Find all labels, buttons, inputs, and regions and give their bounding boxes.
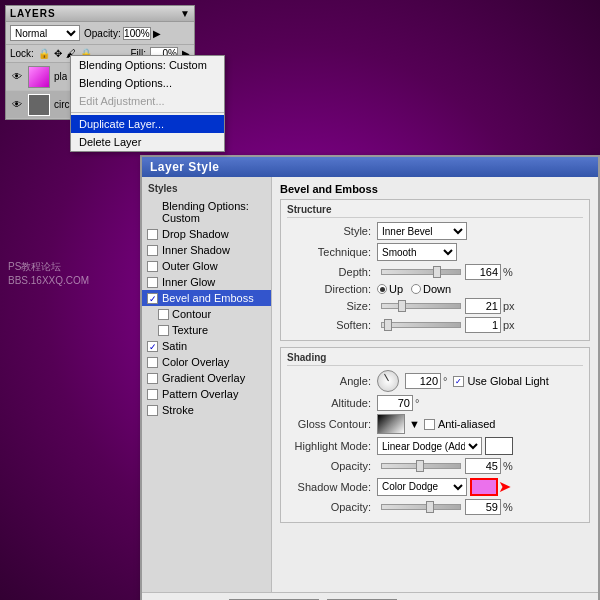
- highlight-opacity-label: Opacity:: [287, 460, 377, 472]
- global-light-label: Use Global Light: [467, 375, 548, 387]
- highlight-color-swatch[interactable]: [485, 437, 513, 455]
- global-light-checkbox[interactable]: [453, 376, 464, 387]
- altitude-input[interactable]: [377, 395, 413, 411]
- context-delete-layer[interactable]: Delete Layer: [71, 133, 224, 151]
- depth-slider[interactable]: [381, 269, 461, 275]
- soften-row: Soften: px: [287, 317, 583, 333]
- context-edit-adjustment: Edit Adjustment...: [71, 92, 224, 110]
- sidebar-item-outer-glow[interactable]: Outer Glow: [142, 258, 271, 274]
- inner-glow-checkbox[interactable]: [147, 277, 158, 288]
- angle-label: Angle:: [287, 375, 377, 387]
- layers-header: LAYERS ▼: [6, 6, 194, 22]
- direction-up-circle[interactable]: [377, 284, 387, 294]
- blend-mode-select[interactable]: Normal: [10, 25, 80, 41]
- stroke-checkbox[interactable]: [147, 405, 158, 416]
- sidebar-item-bevel-emboss[interactable]: Bevel and Emboss: [142, 290, 271, 306]
- highlight-opacity-slider[interactable]: [381, 463, 461, 469]
- sidebar-item-gradient-overlay[interactable]: Gradient Overlay: [142, 370, 271, 386]
- highlight-opacity-row: Opacity: %: [287, 458, 583, 474]
- sidebar-item-texture[interactable]: Texture: [142, 322, 271, 338]
- size-input[interactable]: [465, 298, 501, 314]
- opacity-row: Opacity: ▶: [84, 27, 161, 40]
- technique-label: Technique:: [287, 246, 377, 258]
- gloss-contour-thumbnail[interactable]: [377, 414, 405, 434]
- direction-down-circle[interactable]: [411, 284, 421, 294]
- lock-move-icon[interactable]: ✥: [54, 48, 62, 59]
- soften-label: Soften:: [287, 319, 377, 331]
- soften-input[interactable]: [465, 317, 501, 333]
- texture-checkbox[interactable]: [158, 325, 169, 336]
- sidebar-item-satin[interactable]: Satin: [142, 338, 271, 354]
- shadow-mode-select[interactable]: Color Dodge: [377, 478, 467, 496]
- altitude-label: Altitude:: [287, 397, 377, 409]
- size-slider[interactable]: [381, 303, 461, 309]
- direction-label: Direction:: [287, 283, 377, 295]
- highlight-opacity-input[interactable]: [465, 458, 501, 474]
- shadow-color-swatch[interactable]: [470, 478, 498, 496]
- lock-label: Lock:: [10, 48, 34, 59]
- shading-section: Shading Angle: ° Use Global Light Altitu…: [280, 347, 590, 523]
- sidebar-item-contour[interactable]: Contour: [142, 306, 271, 322]
- context-menu: Blending Options: Custom Blending Option…: [70, 55, 225, 152]
- angle-widget[interactable]: [377, 370, 399, 392]
- layers-menu-icon[interactable]: ▼: [180, 8, 190, 19]
- sidebar-item-inner-shadow[interactable]: Inner Shadow: [142, 242, 271, 258]
- bevel-emboss-checkbox[interactable]: [147, 293, 158, 304]
- layer-name: circ: [54, 99, 70, 110]
- drop-shadow-checkbox[interactable]: [147, 229, 158, 240]
- angle-unit: °: [443, 375, 447, 387]
- eye-icon[interactable]: 👁: [9, 69, 25, 85]
- highlight-mode-select[interactable]: Linear Dodge (Add): [377, 437, 482, 455]
- outer-glow-checkbox[interactable]: [147, 261, 158, 272]
- context-layer-properties[interactable]: Blending Options: Custom: [71, 56, 224, 74]
- direction-down-radio[interactable]: Down: [411, 283, 451, 295]
- opacity-input[interactable]: [123, 27, 151, 40]
- anti-alias-checkbox[interactable]: [424, 419, 435, 430]
- style-row: Style: Inner Bevel: [287, 222, 583, 240]
- layers-controls: Normal Opacity: ▶: [6, 22, 194, 45]
- sidebar-item-drop-shadow[interactable]: Drop Shadow: [142, 226, 271, 242]
- gloss-contour-row: Gloss Contour: ▼ Anti-aliased: [287, 414, 583, 434]
- contour-checkbox[interactable]: [158, 309, 169, 320]
- left-panel: Styles Blending Options: Custom Drop Sha…: [142, 177, 272, 592]
- structure-section: Structure Style: Inner Bevel Technique: …: [280, 199, 590, 341]
- shadow-opacity-input[interactable]: [465, 499, 501, 515]
- opacity-arrow[interactable]: ▶: [153, 28, 161, 39]
- pattern-overlay-label: Pattern Overlay: [162, 388, 238, 400]
- sidebar-item-pattern-overlay[interactable]: Pattern Overlay: [142, 386, 271, 402]
- direction-up-radio[interactable]: Up: [377, 283, 403, 295]
- technique-select[interactable]: Smooth: [377, 243, 457, 261]
- pattern-overlay-checkbox[interactable]: [147, 389, 158, 400]
- depth-label: Depth:: [287, 266, 377, 278]
- sidebar-item-color-overlay[interactable]: Color Overlay: [142, 354, 271, 370]
- inner-shadow-checkbox[interactable]: [147, 245, 158, 256]
- shading-title: Shading: [287, 352, 583, 366]
- sidebar-item-stroke[interactable]: Stroke: [142, 402, 271, 418]
- color-overlay-checkbox[interactable]: [147, 357, 158, 368]
- lock-px-icon[interactable]: 🔒: [38, 48, 50, 59]
- right-panel: Bevel and Emboss Structure Style: Inner …: [272, 177, 598, 592]
- structure-title: Structure: [287, 204, 583, 218]
- highlight-mode-row: Highlight Mode: Linear Dodge (Add): [287, 437, 583, 455]
- direction-down-label: Down: [423, 283, 451, 295]
- sidebar-item-blending[interactable]: Blending Options: Custom: [142, 198, 271, 226]
- dialog-body: Styles Blending Options: Custom Drop Sha…: [142, 177, 598, 592]
- context-blending-options[interactable]: Blending Options...: [71, 74, 224, 92]
- angle-line: [384, 374, 389, 381]
- shadow-opacity-slider[interactable]: [381, 504, 461, 510]
- highlight-mode-label: Highlight Mode:: [287, 440, 377, 452]
- style-select[interactable]: Inner Bevel: [377, 222, 467, 240]
- sidebar-item-inner-glow[interactable]: Inner Glow: [142, 274, 271, 290]
- context-duplicate-layer[interactable]: Duplicate Layer...: [71, 115, 224, 133]
- satin-checkbox[interactable]: [147, 341, 158, 352]
- direction-up-label: Up: [389, 283, 403, 295]
- direction-row: Direction: Up Down: [287, 283, 583, 295]
- inner-glow-label: Inner Glow: [162, 276, 215, 288]
- contour-arrow[interactable]: ▼: [409, 418, 420, 430]
- eye-icon[interactable]: 👁: [9, 97, 25, 113]
- size-row: Size: px: [287, 298, 583, 314]
- angle-input[interactable]: [405, 373, 441, 389]
- depth-input[interactable]: [465, 264, 501, 280]
- soften-slider[interactable]: [381, 322, 461, 328]
- gradient-overlay-checkbox[interactable]: [147, 373, 158, 384]
